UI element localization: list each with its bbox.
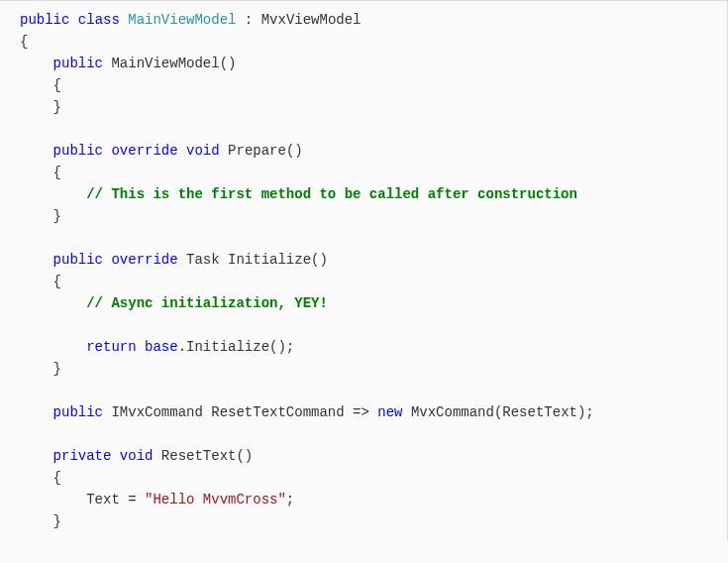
token-plain: { bbox=[20, 165, 61, 180]
code-line: public class MainViewModel : MvxViewMode… bbox=[20, 9, 727, 31]
token-plain bbox=[120, 12, 128, 28]
code-line: // This is the first method to be called… bbox=[20, 183, 727, 205]
token-plain: { bbox=[20, 34, 28, 50]
token-plain bbox=[20, 339, 86, 355]
token-plain: } bbox=[20, 99, 61, 115]
token-plain: Text = bbox=[20, 492, 145, 507]
token-plain: MvxCommand(ResetText); bbox=[403, 404, 594, 420]
code-line: } bbox=[20, 510, 727, 532]
token-plain bbox=[20, 404, 53, 420]
token-plain: { bbox=[20, 77, 61, 93]
code-block: public class MainViewModel : MvxViewMode… bbox=[0, 0, 728, 540]
token-plain: IMvxCommand ResetTextCommand => bbox=[103, 404, 377, 420]
token-plain: } bbox=[20, 208, 61, 224]
code-line: private void ResetText() bbox=[20, 445, 727, 467]
token-kw: void bbox=[120, 448, 154, 464]
token-cmt: // Async initialization, YEY! bbox=[86, 295, 328, 311]
token-plain: { bbox=[20, 470, 61, 486]
token-str: "Hello MvvmCross" bbox=[145, 492, 286, 507]
code-line: public MainViewModel() bbox=[20, 53, 727, 74]
token-kw: private bbox=[53, 448, 112, 464]
token-plain bbox=[20, 143, 53, 159]
code-line: public IMvxCommand ResetTextCommand => n… bbox=[20, 401, 727, 423]
token-kw: return bbox=[86, 339, 136, 355]
token-kw: public bbox=[53, 143, 103, 159]
token-kw: public bbox=[53, 252, 103, 268]
token-kw: new bbox=[377, 404, 402, 420]
code-line: return base.Initialize(); bbox=[20, 336, 727, 358]
code-line: { bbox=[20, 271, 727, 292]
token-plain: ResetText() bbox=[153, 448, 253, 464]
token-type: MainViewModel bbox=[128, 12, 236, 28]
token-kw: public bbox=[53, 56, 103, 71]
code-line bbox=[20, 227, 727, 249]
token-plain bbox=[20, 252, 53, 268]
token-plain bbox=[137, 339, 145, 355]
token-plain: : MvxViewModel bbox=[236, 12, 361, 28]
code-line: } bbox=[20, 205, 727, 227]
token-plain bbox=[20, 448, 53, 464]
code-line: public override Task Initialize() bbox=[20, 249, 727, 271]
code-line bbox=[20, 423, 727, 445]
code-line: { bbox=[20, 467, 727, 489]
code-line: { bbox=[20, 162, 727, 183]
code-line: } bbox=[20, 96, 727, 118]
token-kw: void bbox=[186, 143, 220, 159]
token-plain bbox=[178, 143, 186, 159]
token-plain: Task Initialize() bbox=[178, 252, 328, 268]
code-line bbox=[20, 380, 727, 401]
code-line bbox=[20, 314, 727, 336]
code-line: // Async initialization, YEY! bbox=[20, 292, 727, 314]
code-line bbox=[20, 118, 727, 140]
token-kw: override bbox=[111, 252, 177, 268]
token-kw: base bbox=[145, 339, 178, 355]
token-plain: } bbox=[20, 361, 61, 377]
token-plain bbox=[20, 56, 53, 71]
token-kw: public bbox=[20, 12, 69, 28]
token-kw: class bbox=[78, 12, 120, 28]
token-cmt: // This is the first method to be called… bbox=[86, 186, 577, 202]
code-line: { bbox=[20, 31, 727, 53]
token-plain bbox=[69, 12, 77, 28]
code-line: { bbox=[20, 74, 727, 96]
code-line: Text = "Hello MvvmCross"; bbox=[20, 489, 727, 510]
token-plain: ; bbox=[286, 492, 294, 507]
token-kw: override bbox=[111, 143, 177, 159]
code-line: } bbox=[20, 358, 727, 380]
token-plain: .Initialize(); bbox=[178, 339, 295, 355]
code-line: public override void Prepare() bbox=[20, 140, 727, 162]
token-plain: MainViewModel() bbox=[103, 56, 236, 71]
token-plain bbox=[20, 295, 86, 311]
token-kw: public bbox=[53, 404, 103, 420]
token-plain bbox=[20, 186, 86, 202]
token-plain: } bbox=[20, 513, 61, 529]
token-plain: Prepare() bbox=[220, 143, 303, 159]
token-plain bbox=[111, 448, 119, 464]
token-plain: { bbox=[20, 274, 61, 289]
